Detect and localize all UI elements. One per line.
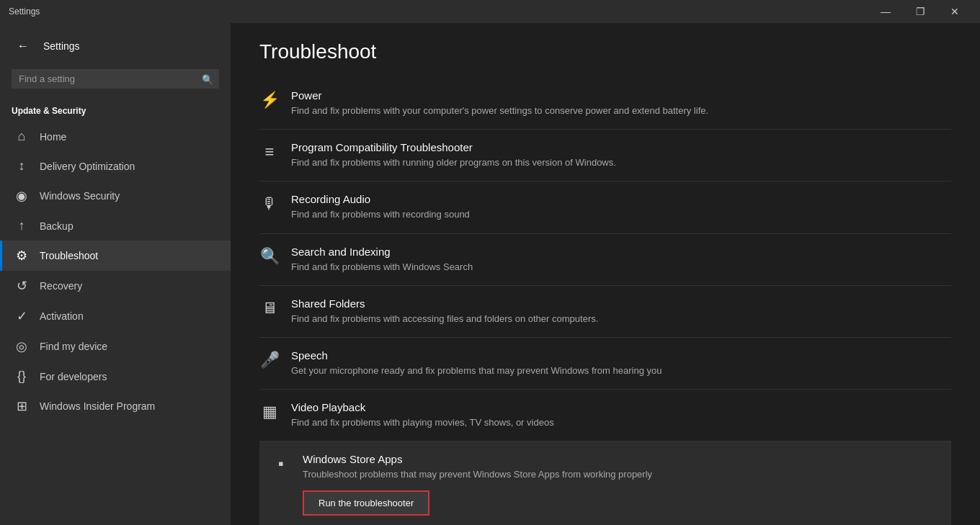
sidebar-item-activation[interactable]: ✓Activation bbox=[0, 301, 231, 331]
sidebar-item-backup[interactable]: ↑Backup bbox=[0, 211, 231, 241]
titlebar-controls: — ❐ ✕ bbox=[869, 0, 971, 23]
power-title: Power bbox=[291, 89, 951, 102]
shared-folders-text: Shared FoldersFind and fix problems with… bbox=[291, 297, 951, 326]
app-title: Settings bbox=[43, 40, 80, 52]
sidebar-item-troubleshoot[interactable]: ⚙Troubleshoot bbox=[0, 241, 231, 271]
sidebar-item-label-troubleshoot: Troubleshoot bbox=[40, 250, 98, 261]
sidebar-item-label-backup: Backup bbox=[40, 220, 74, 232]
recording-audio-icon: 🎙 bbox=[259, 194, 280, 213]
troubleshoot-icon: ⚙ bbox=[14, 248, 30, 264]
video-playback-text: Video PlaybackFind and fix problems with… bbox=[291, 401, 951, 429]
sidebar-header: ← Settings bbox=[0, 23, 231, 63]
recovery-icon: ↺ bbox=[14, 278, 30, 294]
items-list: ⚡PowerFind and fix problems with your co… bbox=[259, 78, 951, 525]
troubleshoot-item-video-playback: ▦Video PlaybackFind and fix problems wit… bbox=[259, 390, 951, 441]
sidebar-item-home[interactable]: ⌂Home bbox=[0, 122, 231, 151]
troubleshoot-item-shared-folders: 🖥Shared FoldersFind and fix problems wit… bbox=[259, 286, 951, 338]
sidebar-item-for-developers[interactable]: {}For developers bbox=[0, 362, 231, 391]
power-icon: ⚡ bbox=[259, 91, 280, 109]
search-icon: 🔍 bbox=[202, 73, 213, 84]
sidebar-item-label-activation: Activation bbox=[40, 310, 84, 322]
windows-store-title: Windows Store Apps bbox=[303, 453, 940, 465]
section-label: Update & Security bbox=[0, 94, 231, 122]
sidebar-item-delivery[interactable]: ↕Delivery Optimization bbox=[0, 151, 231, 181]
search-indexing-desc: Find and fix problems with Windows Searc… bbox=[291, 261, 951, 274]
delivery-icon: ↕ bbox=[14, 158, 30, 174]
sidebar-item-label-delivery: Delivery Optimization bbox=[40, 161, 135, 172]
search-box: 🔍 bbox=[12, 69, 219, 89]
sidebar-item-windows-insider[interactable]: ⊞Windows Insider Program bbox=[0, 391, 231, 421]
video-playback-icon: ▦ bbox=[259, 403, 280, 421]
sidebar-item-label-recovery: Recovery bbox=[40, 280, 82, 292]
sidebar-item-label-windows-security: Windows Security bbox=[40, 190, 120, 202]
shared-folders-icon: 🖥 bbox=[259, 299, 280, 318]
program-compat-text: Program Compatibility TroubleshooterFind… bbox=[291, 141, 951, 169]
speech-text: SpeechGet your microphone ready and fix … bbox=[291, 349, 951, 377]
troubleshoot-item-power: ⚡PowerFind and fix problems with your co… bbox=[259, 78, 951, 130]
windows-store-text: Windows Store AppsTroubleshoot problems … bbox=[303, 453, 940, 515]
search-indexing-icon: 🔍 bbox=[259, 247, 280, 266]
speech-icon: 🎤 bbox=[259, 351, 280, 369]
program-compat-desc: Find and fix problems with running older… bbox=[291, 156, 951, 169]
shared-folders-title: Shared Folders bbox=[291, 297, 951, 310]
sidebar-item-label-home: Home bbox=[40, 131, 66, 143]
speech-title: Speech bbox=[291, 349, 951, 362]
sidebar-item-label-for-developers: For developers bbox=[40, 371, 107, 382]
nav-list: ⌂Home↕Delivery Optimization◉Windows Secu… bbox=[0, 122, 231, 421]
recording-audio-title: Recording Audio bbox=[291, 193, 951, 205]
windows-security-icon: ◉ bbox=[14, 188, 30, 204]
shared-folders-desc: Find and fix problems with accessing fil… bbox=[291, 313, 951, 326]
troubleshoot-item-speech: 🎤SpeechGet your microphone ready and fix… bbox=[259, 338, 951, 390]
troubleshoot-item-recording-audio: 🎙Recording AudioFind and fix problems wi… bbox=[259, 181, 951, 233]
recording-audio-text: Recording AudioFind and fix problems wit… bbox=[291, 193, 951, 221]
app-body: ← Settings 🔍 Update & Security ⌂Home↕Del… bbox=[0, 23, 980, 525]
run-troubleshooter-button[interactable]: Run the troubleshooter bbox=[303, 490, 429, 516]
video-playback-title: Video Playback bbox=[291, 401, 951, 413]
titlebar: Settings — ❐ ✕ bbox=[0, 0, 980, 23]
troubleshoot-item-windows-store: ▪Windows Store AppsTroubleshoot problems… bbox=[259, 441, 951, 525]
close-button[interactable]: ✕ bbox=[938, 0, 971, 23]
video-playback-desc: Find and fix problems with playing movie… bbox=[291, 416, 951, 429]
titlebar-title: Settings bbox=[9, 6, 40, 17]
home-icon: ⌂ bbox=[14, 129, 30, 144]
sidebar: ← Settings 🔍 Update & Security ⌂Home↕Del… bbox=[0, 23, 231, 525]
page-title: Troubleshoot bbox=[259, 40, 951, 63]
sidebar-item-recovery[interactable]: ↺Recovery bbox=[0, 271, 231, 301]
windows-store-icon: ▪ bbox=[271, 454, 291, 473]
power-desc: Find and fix problems with your computer… bbox=[291, 104, 951, 117]
troubleshoot-item-search-indexing: 🔍Search and IndexingFind and fix problem… bbox=[259, 234, 951, 286]
search-input[interactable] bbox=[12, 69, 219, 89]
speech-desc: Get your microphone ready and fix proble… bbox=[291, 364, 951, 377]
minimize-button[interactable]: — bbox=[869, 0, 902, 23]
windows-insider-icon: ⊞ bbox=[14, 398, 30, 414]
search-indexing-text: Search and IndexingFind and fix problems… bbox=[291, 246, 951, 274]
back-button[interactable]: ← bbox=[12, 35, 35, 58]
search-indexing-title: Search and Indexing bbox=[291, 246, 951, 258]
recording-audio-desc: Find and fix problems with recording sou… bbox=[291, 208, 951, 221]
backup-icon: ↑ bbox=[14, 218, 30, 233]
windows-store-desc: Troubleshoot problems that may prevent W… bbox=[303, 468, 940, 481]
maximize-button[interactable]: ❐ bbox=[904, 0, 937, 23]
sidebar-item-windows-security[interactable]: ◉Windows Security bbox=[0, 181, 231, 211]
power-text: PowerFind and fix problems with your com… bbox=[291, 89, 951, 117]
activation-icon: ✓ bbox=[14, 308, 30, 324]
sidebar-item-find-my-device[interactable]: ◎Find my device bbox=[0, 331, 231, 362]
troubleshoot-item-program-compat: ≡Program Compatibility TroubleshooterFin… bbox=[259, 130, 951, 181]
main-content: Troubleshoot ⚡PowerFind and fix problems… bbox=[231, 23, 980, 525]
program-compat-icon: ≡ bbox=[259, 143, 280, 161]
sidebar-item-label-windows-insider: Windows Insider Program bbox=[40, 400, 155, 412]
for-developers-icon: {} bbox=[14, 369, 30, 384]
sidebar-item-label-find-my-device: Find my device bbox=[40, 341, 107, 352]
program-compat-title: Program Compatibility Troubleshooter bbox=[291, 141, 951, 153]
find-my-device-icon: ◎ bbox=[14, 338, 30, 354]
